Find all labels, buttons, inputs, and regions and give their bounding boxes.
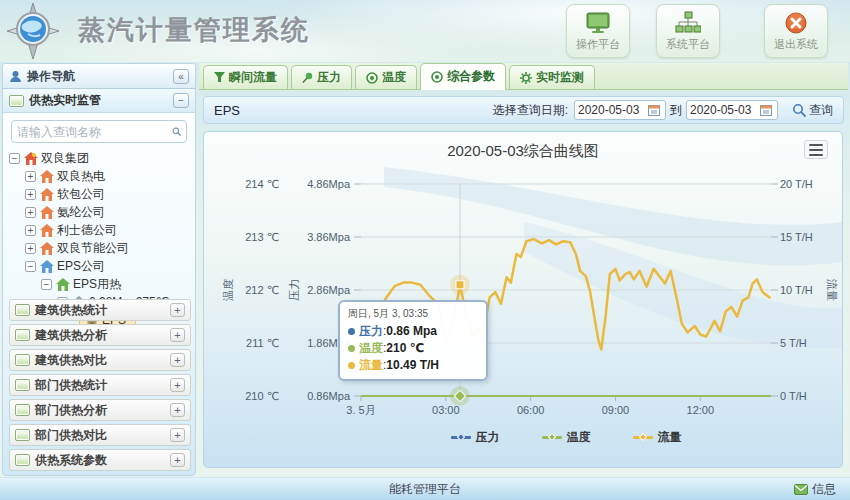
expand-icon[interactable]: + <box>170 403 185 417</box>
svg-text:0.86Mpa: 0.86Mpa <box>307 390 351 402</box>
person-icon <box>9 70 22 83</box>
compass-logo-icon <box>4 1 62 61</box>
comprehensive-curve-chart[interactable]: 214 ℃4.86Mpa20 T/H213 ℃3.86Mpa15 T/H212 … <box>204 132 843 468</box>
svg-text:210 ℃: 210 ℃ <box>245 390 279 402</box>
tab-bar: 瞬间流量 压力 温度 综合参数 实时监测 <box>199 63 848 90</box>
legend-label: 流量 <box>658 429 682 446</box>
expand-node-icon[interactable] <box>25 171 36 182</box>
tab-temperature[interactable]: 温度 <box>355 65 417 89</box>
accordion-building-heating-stats[interactable]: 建筑供热统计 + <box>9 299 191 321</box>
expand-node-icon[interactable] <box>25 189 36 200</box>
accordion-building-heating-compare[interactable]: 建筑供热对比 + <box>9 349 191 371</box>
tree-node-lishide[interactable]: 利士德公司 <box>3 221 195 239</box>
sidebar: 操作导航 « 供热实时监管 − 双良集团 双良热电 软包公司 <box>2 63 196 476</box>
accordion-heating-system-params[interactable]: 供热系统参数 + <box>9 449 191 471</box>
query-button-label: 查询 <box>809 102 833 119</box>
panel-icon <box>9 95 24 107</box>
tree-node-spandex[interactable]: 氨纶公司 <box>3 203 195 221</box>
accordion-dept-heating-analysis[interactable]: 部门供热分析 + <box>9 399 191 421</box>
expand-node-icon[interactable] <box>25 243 36 254</box>
tree-node-shuangliang-thermal[interactable]: 双良热电 <box>3 167 195 185</box>
pin-icon <box>302 72 313 83</box>
legend-item-pressure[interactable]: 压力 <box>451 429 500 446</box>
search-input[interactable] <box>17 125 172 139</box>
tree-node-energy-saving[interactable]: 双良节能公司 <box>3 239 195 257</box>
house-icon <box>40 242 54 255</box>
exit-system-button[interactable]: 退出系统 <box>764 4 828 58</box>
tree-node-soft-pack[interactable]: 软包公司 <box>3 185 195 203</box>
accordion-label: 建筑供热统计 <box>35 302 170 319</box>
date-to-input[interactable] <box>690 103 760 117</box>
app-header: 蒸汽计量管理系统 操作平台 系统平台 <box>0 0 850 62</box>
tree-node-label: EPS用热 <box>73 276 125 293</box>
tab-label: 瞬间流量 <box>229 69 277 86</box>
main-area: 瞬间流量 压力 温度 综合参数 实时监测 EPS 选择查询日期: <box>199 63 848 476</box>
panel-icon <box>15 379 30 391</box>
svg-text:温度: 温度 <box>222 279 234 301</box>
calendar-icon[interactable] <box>648 104 660 116</box>
collapse-panel-button[interactable]: − <box>173 93 189 108</box>
calendar-icon[interactable] <box>760 104 772 116</box>
tab-realtime-monitor[interactable]: 实时监测 <box>509 65 595 89</box>
house-icon <box>24 152 38 165</box>
tree-node-label: 双良热电 <box>57 168 109 185</box>
message-button[interactable]: 信息 <box>794 481 836 498</box>
tree-node-eps-heating[interactable]: EPS用热 <box>3 275 195 293</box>
date-from-field <box>574 100 666 120</box>
svg-text:4.86Mpa: 4.86Mpa <box>307 178 351 190</box>
tab-label: 压力 <box>317 69 341 86</box>
exit-icon <box>784 11 808 35</box>
legend-item-temperature[interactable]: 温度 <box>542 429 591 446</box>
expand-icon[interactable]: + <box>170 353 185 367</box>
svg-text:213 ℃: 213 ℃ <box>245 231 279 243</box>
operation-platform-button[interactable]: 操作平台 <box>566 4 630 58</box>
accordion-panels: 建筑供热统计 + 建筑供热分析 + 建筑供热对比 + 部门供热统计 + 部门供热… <box>5 296 195 475</box>
tab-instant-flow[interactable]: 瞬间流量 <box>203 65 288 89</box>
tree-node-eps-company[interactable]: EPS公司 <box>3 257 195 275</box>
to-label: 到 <box>670 102 682 119</box>
collapse-node-icon[interactable] <box>9 153 20 164</box>
legend-item-flow[interactable]: 流量 <box>633 429 682 446</box>
expand-node-icon[interactable] <box>25 207 36 218</box>
expand-icon[interactable]: + <box>170 428 185 442</box>
tab-comprehensive-params[interactable]: 综合参数 <box>420 63 506 89</box>
legend-line <box>451 436 471 439</box>
house-icon <box>40 224 54 237</box>
search-icon[interactable] <box>172 125 181 138</box>
expand-icon[interactable]: + <box>170 303 185 317</box>
accordion-label: 供热系统参数 <box>35 452 170 469</box>
date-from-input[interactable] <box>578 103 648 117</box>
accordion-label: 部门供热分析 <box>35 402 170 419</box>
collapse-node-icon[interactable] <box>25 261 36 272</box>
nav-header[interactable]: 操作导航 « <box>3 64 195 89</box>
legend-label: 压力 <box>476 429 500 446</box>
svg-text:20 T/H: 20 T/H <box>780 178 813 190</box>
svg-text:0 T/H: 0 T/H <box>780 390 807 402</box>
panel-icon <box>15 454 30 466</box>
panel-icon <box>15 304 30 316</box>
query-button[interactable]: 查询 <box>792 102 833 119</box>
system-platform-button[interactable]: 系统平台 <box>656 4 720 58</box>
tree-node-label: 软包公司 <box>57 186 109 203</box>
collapse-node-icon[interactable] <box>41 279 52 290</box>
expand-icon[interactable]: + <box>170 328 185 342</box>
footer: 能耗管理平台 信息 <box>0 477 850 500</box>
house-icon <box>56 278 70 291</box>
panel-header-realtime-monitor[interactable]: 供热实时监管 − <box>3 89 195 113</box>
accordion-building-heating-analysis[interactable]: 建筑供热分析 + <box>9 324 191 346</box>
expand-icon[interactable]: + <box>170 453 185 467</box>
svg-text:2.86Mpa: 2.86Mpa <box>307 284 351 296</box>
collapse-sidebar-button[interactable]: « <box>173 69 189 84</box>
accordion-dept-heating-compare[interactable]: 部门供热对比 + <box>9 424 191 446</box>
tab-pressure[interactable]: 压力 <box>291 65 352 89</box>
legend-label: 温度 <box>567 429 591 446</box>
funnel-icon <box>214 72 225 83</box>
tree-node-shuangliang-group[interactable]: 双良集团 <box>3 149 195 167</box>
legend-line <box>633 436 653 439</box>
expand-icon[interactable]: + <box>170 378 185 392</box>
nav-title: 操作导航 <box>27 68 173 85</box>
expand-node-icon[interactable] <box>25 225 36 236</box>
panel-icon <box>15 354 30 366</box>
accordion-dept-heating-stats[interactable]: 部门供热统计 + <box>9 374 191 396</box>
message-label: 信息 <box>812 481 836 498</box>
